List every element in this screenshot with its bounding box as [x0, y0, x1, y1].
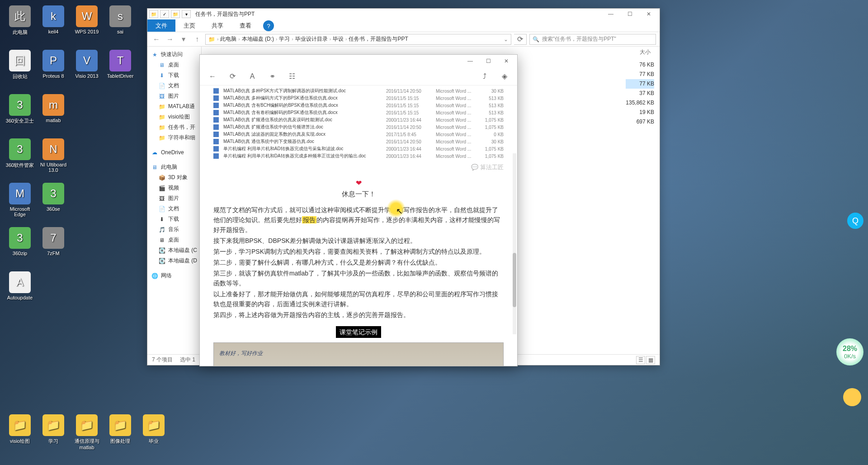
- doc-row[interactable]: MATLAB仿真 扩频通信系统中的信号频谱算法.doc2016/11/14 20…: [213, 123, 504, 131]
- nav-up-button[interactable]: ↑: [192, 34, 203, 45]
- desktop-icon[interactable]: [71, 181, 103, 224]
- network-speed-widget[interactable]: 28% 0K/s: [836, 338, 863, 365]
- nav-visio[interactable]: 📁visio绘图: [147, 112, 201, 122]
- nav-pictures[interactable]: 🖼图片: [147, 91, 201, 101]
- addr-dropdown-icon[interactable]: ⌄: [504, 36, 508, 43]
- doc-row[interactable]: MATLAB仿真 通信系统中的下变频器仿真.doc2016/11/14 20:5…: [213, 138, 504, 145]
- preview-close-button[interactable]: ✕: [497, 55, 515, 67]
- doc-row[interactable]: MATLAB仿真 多种编码方式下的BPSK通信系统仿真.docx2016/11/…: [213, 95, 504, 102]
- minimize-button[interactable]: —: [602, 9, 620, 19]
- scrollbar[interactable]: [513, 153, 516, 334]
- nav-downloads2[interactable]: ⬇下载: [147, 214, 201, 224]
- nav-documents2[interactable]: 📄文档: [147, 204, 201, 214]
- desktop-icon[interactable]: 3360软件管家: [4, 137, 36, 180]
- nav-diskc[interactable]: 💽本地磁盘 (C: [147, 245, 201, 256]
- nav-forward-button[interactable]: →: [165, 34, 175, 45]
- nav-documents[interactable]: 📄文档: [147, 81, 201, 91]
- share-icon[interactable]: ⤴: [479, 71, 490, 82]
- desktop-folder-icon[interactable]: 📁visio绘图: [4, 413, 36, 456]
- refresh-icon[interactable]: ⟳: [227, 71, 238, 82]
- desktop-icon[interactable]: 3360安全卫士: [4, 92, 36, 136]
- ribbon-tab-file[interactable]: 文件: [147, 19, 175, 32]
- ribbon-tab-home[interactable]: 主页: [175, 19, 203, 32]
- preview-content[interactable]: MATLAB仿真 多种PSK方式下调制解调器的误码性能测试.doc2016/11…: [200, 85, 517, 366]
- desktop-icon[interactable]: 3360zip: [4, 225, 36, 269]
- desktop-icon[interactable]: TTabletDriver: [104, 48, 137, 91]
- view-details-button[interactable]: ☰: [636, 356, 645, 364]
- doc-row[interactable]: MATLAB仿真 含有BCH编解码的BPSK通信系统仿真.docx2016/11…: [213, 102, 504, 109]
- doc-row[interactable]: MATLAB仿真 扩频通信系统的仿真及误码性能测试.doc2000/11/23 …: [213, 116, 504, 123]
- ribbon-tab-share[interactable]: 共享: [203, 19, 231, 32]
- desktop-icon[interactable]: 3360se: [37, 181, 70, 224]
- desktop-icon[interactable]: NNI Ultiboard 13.0: [37, 137, 70, 180]
- desktop-icon[interactable]: [71, 225, 103, 269]
- folder-icon[interactable]: 📁: [149, 10, 158, 18]
- ribbon-tab-view[interactable]: 查看: [231, 19, 259, 32]
- nav-back-button[interactable]: ←: [151, 34, 162, 45]
- doc-row[interactable]: MATLAB仿真 滤波器的固定系数的仿真及实现.docx2017/11/5 8:…: [213, 131, 504, 138]
- refresh-button[interactable]: ⟳: [514, 34, 527, 45]
- nav-thispc[interactable]: 🖥此电脑: [147, 162, 201, 172]
- qat-folder-icon[interactable]: 📁: [171, 10, 180, 18]
- font-icon[interactable]: A: [247, 71, 258, 82]
- nav-desktop2[interactable]: 🖥桌面: [147, 235, 201, 245]
- nav-recent-button[interactable]: ▾: [178, 34, 189, 45]
- emoji-widget[interactable]: [843, 388, 861, 406]
- doc-row[interactable]: 单片机编程 利用单片机和AD转换器完成信号采集和滤波.doc2000/11/23…: [213, 145, 504, 152]
- qq-icon[interactable]: Q: [847, 213, 863, 229]
- preview-minimize-button[interactable]: —: [461, 55, 479, 67]
- close-button[interactable]: ✕: [640, 9, 658, 19]
- desktop-icon[interactable]: MMicrosoft Edge: [4, 181, 36, 224]
- desktop-icon[interactable]: 回回收站: [4, 48, 36, 91]
- nav-music[interactable]: 🎵音乐: [147, 224, 201, 235]
- doc-row[interactable]: 单片机编程 利用单片机和DA转换器完成多种频率正弦波信号的输出.doc2000/…: [213, 152, 504, 160]
- qat-dropdown-icon[interactable]: ▾: [182, 10, 191, 18]
- desktop-icon[interactable]: kkeil4: [37, 4, 70, 47]
- preview-maximize-button[interactable]: ☐: [479, 55, 497, 67]
- desktop-icon[interactable]: 此此电脑: [4, 4, 36, 47]
- desktop-icon[interactable]: [104, 225, 137, 269]
- columns-icon[interactable]: ☷: [287, 71, 297, 82]
- desktop-icon[interactable]: mmatlab: [37, 92, 70, 136]
- cube-icon[interactable]: ◈: [499, 71, 510, 82]
- desktop-folder-icon[interactable]: 📁图像处理: [104, 413, 137, 456]
- nav-downloads[interactable]: ⬇下载: [147, 70, 201, 81]
- nav-diskd[interactable]: 💽本地磁盘 (D: [147, 256, 201, 266]
- desktop-icon[interactable]: PProteus 8: [37, 48, 70, 91]
- doc-row[interactable]: MATLAB仿真 含有卷积编解码的BPSK通信系统仿真.docx2016/11/…: [213, 109, 504, 116]
- desktop-icon[interactable]: WWPS 2019: [71, 4, 103, 47]
- search-box[interactable]: 🔍 搜索"任务书，开题报告与PPT": [529, 34, 656, 45]
- doc-row[interactable]: MATLAB仿真 多种PSK方式下调制解调器的误码性能测试.doc2016/11…: [213, 87, 504, 95]
- nav-quick-access[interactable]: ★快速访问: [147, 49, 201, 60]
- desktop-icon[interactable]: [71, 92, 103, 136]
- desktop-folder-icon[interactable]: 📁毕业: [137, 413, 170, 456]
- link-icon[interactable]: ⚭: [267, 71, 278, 82]
- column-size[interactable]: 大小: [631, 48, 660, 56]
- nav-pictures2[interactable]: 🖼图片: [147, 193, 201, 204]
- help-icon[interactable]: ?: [263, 20, 274, 31]
- breadcrumb-bar[interactable]: 📁 › 此电脑› 本地磁盘 (D:)› 学习› 毕业设计目录› 毕设› 任务书，…: [205, 34, 511, 45]
- nav-desktop[interactable]: 🖥桌面: [147, 60, 201, 70]
- maximize-button[interactable]: ☐: [621, 9, 639, 19]
- nav-task[interactable]: 📁任务书，开: [147, 122, 201, 133]
- desktop-icon[interactable]: AAutoupdate: [4, 270, 36, 313]
- back-icon[interactable]: ←: [207, 71, 218, 82]
- desktop-icon[interactable]: [104, 137, 137, 180]
- view-icons-button[interactable]: ▦: [646, 356, 655, 364]
- qat-check-icon[interactable]: ✓: [160, 10, 169, 18]
- desktop-icon[interactable]: 77zFM: [37, 225, 70, 269]
- nav-string[interactable]: 📁字符串和细: [147, 133, 201, 143]
- desktop-icon[interactable]: ssai: [104, 4, 137, 47]
- nav-videos[interactable]: 🎬视频: [147, 183, 201, 193]
- desktop-folder-icon[interactable]: 📁学习: [37, 413, 70, 456]
- nav-onedrive[interactable]: ☁OneDrive: [147, 147, 201, 157]
- desktop-icon[interactable]: [104, 92, 137, 136]
- desktop-icon[interactable]: [71, 137, 103, 180]
- scrollbar-thumb[interactable]: [513, 253, 516, 307]
- desktop-icon[interactable]: VVisio 2013: [71, 48, 103, 91]
- nav-network[interactable]: 🌐网络: [147, 270, 201, 281]
- nav-matlab[interactable]: 📁MATLAB通: [147, 101, 201, 112]
- desktop-folder-icon[interactable]: 📁通信原理与matlab: [71, 413, 103, 456]
- nav-3d[interactable]: 📦3D 对象: [147, 172, 201, 183]
- desktop-icon[interactable]: [104, 181, 137, 224]
